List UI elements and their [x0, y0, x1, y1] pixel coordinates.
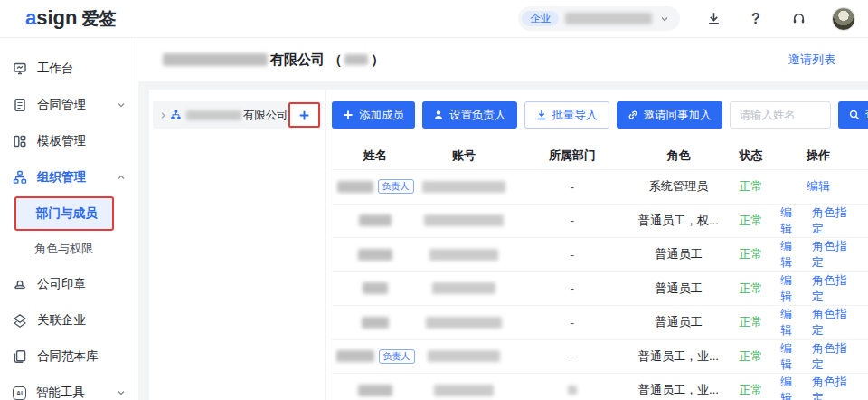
department-cell: -: [509, 238, 636, 271]
sidebar-item-departments-members[interactable]: 部门与成员: [14, 196, 114, 231]
search-icon: [849, 110, 860, 120]
status-badge: 正常: [722, 272, 780, 306]
department-cell: -: [509, 170, 636, 204]
edit-link[interactable]: 编辑: [780, 306, 803, 338]
org-chart-icon: [13, 170, 27, 185]
member-name-redacted: [363, 282, 388, 294]
assign-role-link[interactable]: 角色指定: [812, 238, 856, 271]
account-redacted: [429, 249, 498, 261]
download-icon[interactable]: [704, 10, 722, 28]
sidebar-item-roles-permissions[interactable]: 角色与权限: [0, 232, 137, 266]
sidebar-item-label: 合同范本库: [37, 348, 99, 365]
logo-text-a: a: [25, 6, 36, 30]
table-row: - 普通员工，权... 正常 编辑 角色指定: [332, 204, 868, 238]
assign-role-link[interactable]: 角色指定: [812, 306, 856, 338]
help-icon[interactable]: ?: [747, 10, 765, 28]
sidebar-item-label: 部门与成员: [36, 205, 98, 222]
tree-expand-caret-icon[interactable]: [159, 111, 167, 119]
sidebar-item-workbench[interactable]: 工作台: [0, 51, 137, 87]
role-cell: 普通员工: [636, 272, 722, 306]
sidebar-item-organization[interactable]: 组织管理: [0, 159, 137, 195]
member-name-cell: 负责人: [332, 170, 419, 204]
sidebar-nav: 工作台 合同管理 模板管理 组织管理 部门与成员 角色与权限: [0, 38, 137, 400]
sidebar-item-templates[interactable]: 模板管理: [0, 123, 137, 159]
member-name-cell: [332, 272, 419, 306]
enterprise-badge: 企业: [522, 11, 559, 27]
batch-import-button[interactable]: 批量导入: [524, 101, 609, 129]
invite-list-link[interactable]: 邀请列表: [788, 52, 835, 68]
member-account-cell: [419, 205, 509, 238]
member-name-redacted: [359, 214, 392, 226]
page-title: 有限公司 （ ）: [163, 52, 384, 69]
status-badge: 正常: [722, 205, 780, 238]
sidebar-item-contracts[interactable]: 合同管理: [0, 87, 137, 123]
role-cell: 普通员工，业...: [636, 340, 722, 374]
account-redacted: [432, 282, 495, 294]
sidebar-item-related-enterprises[interactable]: 关联企业: [0, 302, 137, 338]
sidebar-item-contract-template-library[interactable]: 合同范本库: [0, 338, 137, 375]
enterprise-account-switcher[interactable]: 企业: [518, 6, 680, 31]
set-owner-button[interactable]: 设置负责人: [422, 101, 517, 129]
plus-icon: [343, 110, 354, 120]
add-member-button[interactable]: 添加成员: [332, 101, 415, 129]
page-title-bar: 有限公司 （ ） 邀请列表: [138, 38, 868, 81]
member-account-cell: [419, 306, 509, 339]
chevron-down-icon: [660, 14, 669, 24]
sidebar-item-label: 角色与权限: [34, 241, 93, 257]
member-account-cell: [419, 340, 509, 374]
department-cell: -: [509, 306, 636, 339]
search-name-input[interactable]: [730, 101, 831, 129]
member-name-redacted: [358, 385, 392, 396]
edit-link[interactable]: 编辑: [807, 178, 830, 195]
library-icon: [13, 349, 27, 364]
table-row: - 普通员工 正常 编辑 角色指定: [332, 271, 868, 306]
sidebar-item-label: 模板管理: [37, 133, 86, 149]
workbench-icon: [13, 62, 27, 76]
assign-role-link[interactable]: 角色指定: [812, 272, 856, 305]
headset-icon[interactable]: [789, 10, 807, 28]
department-cell: -: [509, 272, 636, 306]
assign-role-link[interactable]: 角色指定: [812, 374, 856, 400]
edit-link[interactable]: 编辑: [780, 238, 803, 271]
topbar-right: 企业 ?: [518, 6, 855, 31]
account-redacted: [424, 214, 504, 226]
column-header-account: 账号: [419, 142, 509, 169]
assign-role-link[interactable]: 角色指定: [812, 205, 856, 237]
content-card: 有限公司 添加成员 设置负责人: [149, 90, 868, 400]
sidebar-item-company-seal[interactable]: 公司印章: [0, 266, 137, 302]
role-cell: 普通员工: [636, 238, 722, 271]
actions-cell: 编辑 角色指定: [780, 205, 856, 238]
edit-link[interactable]: 编辑: [780, 205, 803, 237]
account-redacted: [428, 350, 500, 362]
invite-colleagues-button[interactable]: 邀请同事加入: [617, 101, 722, 129]
status-badge: 正常: [722, 306, 780, 339]
member-account-cell: [419, 170, 509, 204]
org-node-icon: [170, 109, 182, 121]
contract-icon: [13, 98, 27, 112]
assign-role-link[interactable]: 角色指定: [812, 340, 856, 373]
sidebar-item-label: 组织管理: [37, 169, 86, 186]
template-icon: [13, 134, 27, 148]
sidebar-item-label: 公司印章: [37, 276, 86, 292]
actions-cell: 编辑 角色指定: [780, 340, 856, 374]
department-cell: -: [509, 340, 636, 374]
department-tree-panel: 有限公司: [149, 90, 326, 400]
sidebar-item-smart-tools[interactable]: AI 智能工具: [0, 375, 137, 400]
edit-link[interactable]: 编辑: [780, 374, 803, 400]
link-icon: [627, 110, 638, 120]
table-row: 负责人 - 普通员工，业... 正常 编辑 角色指定: [332, 339, 868, 374]
ai-tools-icon: AI: [13, 386, 26, 400]
tree-node-company[interactable]: 有限公司: [153, 101, 322, 129]
person-icon: [433, 110, 444, 120]
account-redacted: [434, 385, 494, 396]
add-department-button-annotated[interactable]: [288, 102, 320, 128]
search-button[interactable]: 查询: [838, 101, 868, 129]
edit-link[interactable]: 编辑: [780, 340, 803, 373]
status-badge: 正常: [722, 170, 780, 204]
column-header-role: 角色: [636, 142, 722, 169]
edit-link[interactable]: 编辑: [780, 272, 803, 305]
page-title-close: ）: [371, 52, 384, 69]
user-avatar[interactable]: [832, 7, 855, 31]
column-header-department: 所属部门: [509, 142, 636, 169]
top-bar: a sign 爱签 企业 ?: [0, 0, 868, 38]
